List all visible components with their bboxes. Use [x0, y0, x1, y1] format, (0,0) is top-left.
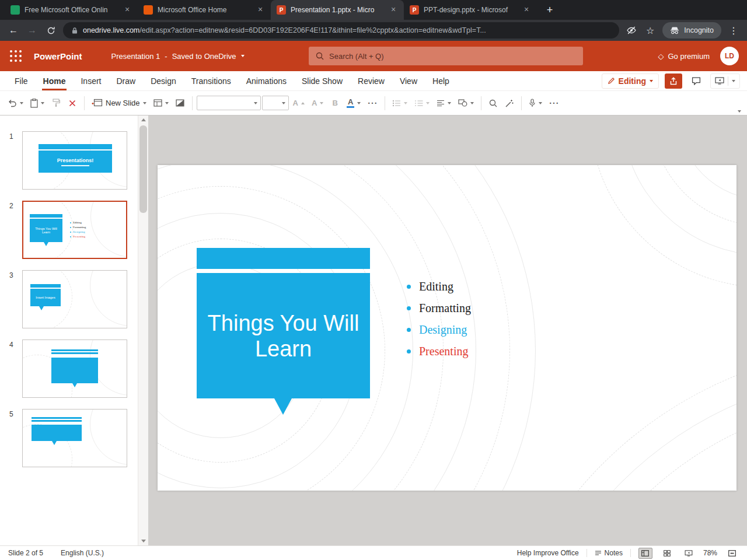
menu-draw[interactable]: Draw	[109, 71, 143, 90]
image-contrast-button[interactable]	[173, 94, 188, 112]
menu-view[interactable]: View	[392, 71, 425, 90]
new-tab-button[interactable]: +	[542, 2, 558, 18]
bullet-dot	[70, 227, 71, 228]
thumb-bullets: Editing Formatting Designing Presenting	[70, 221, 86, 240]
language-selector[interactable]: English (U.S.)	[61, 549, 104, 557]
delete-x-icon	[69, 100, 76, 107]
menu-help[interactable]: Help	[425, 71, 457, 90]
bullets-button[interactable]	[389, 94, 410, 112]
slideshow-view-button[interactable]	[682, 548, 696, 559]
numbering-button[interactable]	[411, 94, 432, 112]
find-button[interactable]	[486, 94, 501, 112]
menu-file[interactable]: File	[7, 71, 36, 90]
go-premium-button[interactable]: ◇ Go premium	[658, 52, 710, 61]
toolbar-more-button[interactable]: ···	[546, 94, 562, 112]
close-icon[interactable]: ×	[389, 5, 398, 15]
app-launcher-icon[interactable]	[8, 48, 23, 64]
slide-indicator: Slide 2 of 5	[8, 549, 43, 557]
notes-toggle[interactable]: Notes	[595, 549, 623, 557]
thumbnails-scrollbar[interactable]	[138, 116, 148, 545]
format-painter-icon	[52, 99, 60, 107]
chevron-down-icon	[539, 102, 542, 104]
help-improve-link[interactable]: Help Improve Office	[517, 549, 579, 557]
font-color-button[interactable]: A	[344, 94, 364, 112]
browser-tab-office-online[interactable]: Free Microsoft Office Onlin ×	[5, 0, 138, 20]
share-button[interactable]	[665, 74, 682, 89]
slide-thumbnail-1[interactable]: Presentations!	[22, 131, 127, 190]
present-monitor-icon	[715, 77, 724, 85]
menu-insert[interactable]: Insert	[73, 71, 109, 90]
slide-canvas[interactable]: Things You Will Learn Editing Formatting…	[158, 165, 736, 491]
browser-tab-office-home[interactable]: Microsoft Office Home ×	[138, 0, 271, 20]
bullet-dot	[70, 222, 71, 223]
title-speech-bubble[interactable]: Things You Will Learn	[197, 273, 370, 398]
align-button[interactable]	[434, 94, 454, 112]
url-bar[interactable]: onedrive.live.com/edit.aspx?action=editn…	[63, 22, 619, 38]
delete-button[interactable]	[65, 94, 80, 112]
slide-thumbnail-3[interactable]: Insert Images	[22, 270, 127, 328]
slide-bullet-list[interactable]: Editing Formatting Designing Presenting	[407, 276, 471, 362]
undo-button[interactable]	[5, 94, 26, 112]
font-more-button[interactable]: ···	[365, 94, 381, 112]
dictate-button[interactable]	[526, 94, 545, 112]
thumb-title: Presentations!	[57, 158, 94, 163]
menu-transitions[interactable]: Transitions	[184, 71, 239, 90]
undo-icon	[8, 99, 17, 107]
tracking-protection-eye-icon[interactable]	[625, 24, 638, 37]
designer-button[interactable]	[502, 94, 517, 112]
menu-animations[interactable]: Animations	[239, 71, 294, 90]
menu-design[interactable]: Design	[143, 71, 184, 90]
divider	[84, 96, 85, 110]
slide-thumbnail-2-selected[interactable]: Things You Will Learn Editing Formatting…	[22, 201, 127, 259]
grow-font-button[interactable]: A	[290, 94, 308, 112]
slide-thumbnail-4[interactable]	[22, 340, 127, 398]
thumb-bullet-text: Formatting	[73, 226, 86, 229]
saved-status[interactable]: Saved to OneDrive	[172, 52, 236, 61]
slide-number: 4	[0, 340, 22, 398]
font-family-combo[interactable]	[197, 96, 261, 110]
avatar[interactable]: LD	[720, 47, 739, 65]
ribbon-collapse-chevron-icon[interactable]	[738, 110, 741, 113]
present-button[interactable]	[710, 74, 740, 89]
slide-row-4: 4	[0, 340, 127, 398]
search-input[interactable]: Search (Alt + Q)	[309, 47, 583, 65]
close-icon[interactable]: ×	[256, 5, 265, 15]
menu-review[interactable]: Review	[350, 71, 392, 90]
format-painter-button[interactable]	[48, 94, 64, 112]
chevron-down-icon	[254, 102, 257, 104]
font-size-combo[interactable]	[262, 96, 289, 110]
fit-to-window-button[interactable]	[725, 548, 739, 559]
slide-sorter-view-button[interactable]	[660, 548, 674, 559]
bold-button[interactable]: B	[327, 94, 343, 112]
back-icon[interactable]: ←	[7, 24, 20, 37]
browser-tab-ppt-design[interactable]: P PPT-design.pptx - Microsof ×	[404, 0, 537, 20]
office-online-favicon	[11, 5, 20, 15]
bookmark-star-icon[interactable]: ☆	[644, 24, 657, 37]
slide-thumbnail-5[interactable]	[22, 409, 127, 467]
refresh-icon[interactable]	[44, 24, 57, 37]
close-icon[interactable]: ×	[522, 5, 531, 15]
divider	[728, 76, 728, 86]
new-slide-button[interactable]: New Slide	[89, 94, 149, 112]
scrollbar-thumb[interactable]	[139, 125, 147, 213]
menu-home[interactable]: Home	[36, 71, 74, 90]
title-accent-bar[interactable]	[197, 248, 370, 269]
browser-tab-presentation[interactable]: P Presentation 1.pptx - Micro ×	[271, 0, 404, 20]
layout-button[interactable]	[151, 94, 172, 112]
forward-icon[interactable]: →	[26, 24, 39, 37]
normal-view-button[interactable]	[638, 548, 652, 559]
paste-button[interactable]	[27, 94, 47, 112]
slide-row-3: 3 Insert Images	[0, 270, 127, 328]
browser-menu-icon[interactable]: ⋮	[727, 24, 740, 37]
close-icon[interactable]: ×	[123, 5, 132, 15]
comments-button[interactable]	[688, 74, 704, 89]
document-title[interactable]: Presentation 1	[111, 52, 160, 61]
shrink-font-button[interactable]: A	[309, 94, 326, 112]
shapes-button[interactable]	[455, 94, 477, 112]
browser-tab-strip: Free Microsoft Office Onlin × Microsoft …	[0, 0, 747, 20]
editing-mode-button[interactable]: Editing	[602, 74, 659, 89]
menu-slide-show[interactable]: Slide Show	[294, 71, 350, 90]
zoom-level[interactable]: 78%	[703, 549, 717, 557]
scroll-up-button[interactable]	[138, 116, 148, 124]
scroll-down-button[interactable]	[138, 537, 148, 545]
